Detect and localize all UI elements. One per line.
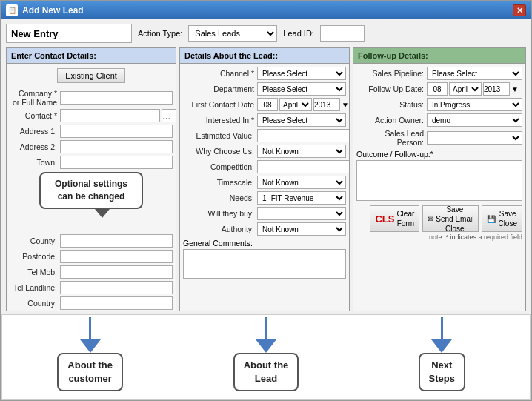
lead-id-input[interactable]: [320, 25, 365, 42]
will-they-buy-select[interactable]: [257, 207, 346, 220]
fud-month[interactable]: April: [449, 82, 482, 96]
tel-mob-label: Tel Mob:: [10, 268, 60, 276]
fcd-year[interactable]: [313, 98, 340, 111]
authority-select[interactable]: Not Known: [257, 222, 346, 236]
follow-up-date-group: April ▼: [427, 82, 522, 96]
customer-connector: [80, 317, 101, 353]
sales-lead-person-row: Sales Lead Person:: [356, 129, 522, 147]
mid-panel: Details About the Lead:: Channel:* Pleas…: [179, 47, 350, 311]
about-customer-box: About thecustomer: [57, 353, 123, 391]
required-note: note: * indicates a required field: [356, 233, 522, 241]
fud-year[interactable]: [483, 82, 510, 96]
next-steps-connector: [431, 317, 452, 353]
town-row: Town:: [10, 156, 173, 169]
department-select[interactable]: Please Select: [257, 82, 346, 96]
address2-row: Address 2:: [10, 140, 173, 153]
competition-row: Competition:: [183, 160, 346, 173]
first-contact-date-row: First Contact Date April ▼: [183, 98, 346, 111]
contact-extra-input[interactable]: [162, 109, 176, 122]
tel-mob-input[interactable]: [60, 265, 173, 279]
sales-pipeline-select[interactable]: Please Select: [427, 67, 522, 80]
mid-panel-body: Channel:* Please Select Department Pleas…: [180, 64, 349, 311]
authority-label: Authority:: [183, 225, 257, 233]
close-button[interactable]: ✕: [513, 4, 526, 16]
fcd-arrow[interactable]: ▼: [342, 98, 349, 111]
fud-arrow[interactable]: ▼: [511, 82, 519, 96]
fcd-day[interactable]: [257, 98, 278, 111]
address1-input[interactable]: [60, 125, 173, 138]
general-comments-section: General Comments:: [183, 239, 346, 280]
interested-in-label: Interested In:*: [183, 116, 257, 125]
needs-select[interactable]: 1- FIT Revenue: [257, 191, 346, 205]
timescale-select[interactable]: Not Known: [257, 176, 346, 189]
will-they-buy-label: Will they buy:: [183, 209, 257, 218]
address2-input[interactable]: [60, 140, 173, 153]
town-input[interactable]: [60, 156, 173, 169]
estimated-value-row: Estimated Value:: [183, 129, 346, 142]
will-they-buy-row: Will they buy:: [183, 207, 346, 220]
right-panel: Follow-up Details: Sales Pipeline: Pleas…: [353, 47, 526, 311]
channel-select[interactable]: Please Select: [257, 67, 346, 80]
action-owner-select[interactable]: demo: [427, 113, 522, 127]
department-label: Department: [183, 84, 257, 93]
sales-lead-person-select[interactable]: [427, 131, 522, 145]
general-comments-textarea[interactable]: [183, 249, 346, 279]
outcome-textarea[interactable]: [356, 160, 522, 201]
callout-section: About thecustomer About theLead NextStep…: [2, 315, 530, 399]
clear-form-label: ClearForm: [396, 209, 414, 228]
contact-row: Contact:*: [10, 109, 173, 122]
save-send-email-label: SaveSend EmailClose: [436, 205, 473, 233]
channel-label: Channel:*: [183, 69, 257, 78]
title-bar: 📋 Add New Lead ✕: [1, 1, 531, 19]
estimated-value-label: Estimated Value:: [183, 131, 257, 140]
right-panel-body: Sales Pipeline: Please Select Follow Up …: [353, 64, 525, 311]
contact-input[interactable]: [60, 109, 160, 122]
main-window: 📋 Add New Lead ✕ Action Type: Sales Lead…: [0, 0, 532, 401]
company-input[interactable]: [60, 91, 173, 105]
left-panel-header: Enter Contact Details:: [7, 48, 176, 64]
action-type-select[interactable]: Sales Leads: [188, 25, 277, 42]
lead-arrow-head: [256, 339, 276, 353]
postcode-input[interactable]: [60, 250, 173, 263]
bottom-callout-section: About thecustomer About theLead NextStep…: [1, 314, 531, 400]
interested-in-select[interactable]: Please Select: [257, 113, 346, 127]
callout-optional: Optional settings can be changed: [10, 172, 173, 231]
status-select[interactable]: In Progress: [427, 98, 522, 111]
county-label: County:: [10, 236, 60, 245]
customer-arrow-shaft: [89, 317, 91, 339]
estimated-value-input[interactable]: [257, 129, 349, 142]
lead-arrow-shaft: [265, 317, 267, 339]
competition-input[interactable]: [257, 160, 349, 173]
tel-mob-row: Tel Mob:: [10, 265, 173, 279]
existing-client-button[interactable]: Existing Client: [57, 68, 125, 83]
about-lead-box: About theLead: [233, 353, 299, 391]
email-icon: ✉: [428, 215, 433, 223]
why-choose-us-row: Why Choose Us: Not Known: [183, 145, 346, 158]
tel-landline-row: Tel Landline:: [10, 281, 173, 294]
tel-landline-input[interactable]: [60, 281, 173, 294]
postcode-row: Postcode:: [10, 250, 173, 263]
fcd-month[interactable]: April: [279, 98, 312, 111]
next-steps-box: NextSteps: [419, 353, 465, 391]
follow-up-date-label: Follow Up Date:: [356, 84, 427, 93]
timescale-label: Timescale:: [183, 178, 257, 187]
county-input[interactable]: [60, 234, 173, 248]
save-close-button[interactable]: 💾 SaveClose: [482, 205, 522, 232]
window-title: Add New Lead: [22, 5, 513, 16]
clear-form-button[interactable]: CLS ClearForm: [370, 205, 419, 232]
country-label: Country:: [10, 299, 60, 308]
callout-bubble: Optional settings can be changed: [39, 172, 143, 209]
save-send-email-button[interactable]: ✉ SaveSend EmailClose: [422, 205, 479, 232]
interested-in-row: Interested In:* Please Select: [183, 113, 346, 127]
why-choose-us-select[interactable]: Not Known: [257, 145, 346, 158]
entry-name-input[interactable]: [6, 24, 132, 43]
save-close-label: SaveClose: [498, 209, 517, 228]
address2-label: Address 2:: [10, 142, 60, 151]
competition-label: Competition:: [183, 162, 257, 171]
sales-pipeline-label: Sales Pipeline:: [356, 69, 427, 78]
country-input[interactable]: [60, 296, 173, 310]
main-content: Action Type: Sales Leads Lead ID: Enter …: [1, 19, 531, 311]
action-type-label: Action Type:: [138, 29, 182, 38]
fud-day[interactable]: [427, 82, 448, 96]
panels-container: Enter Contact Details: Existing Client C…: [6, 47, 526, 311]
